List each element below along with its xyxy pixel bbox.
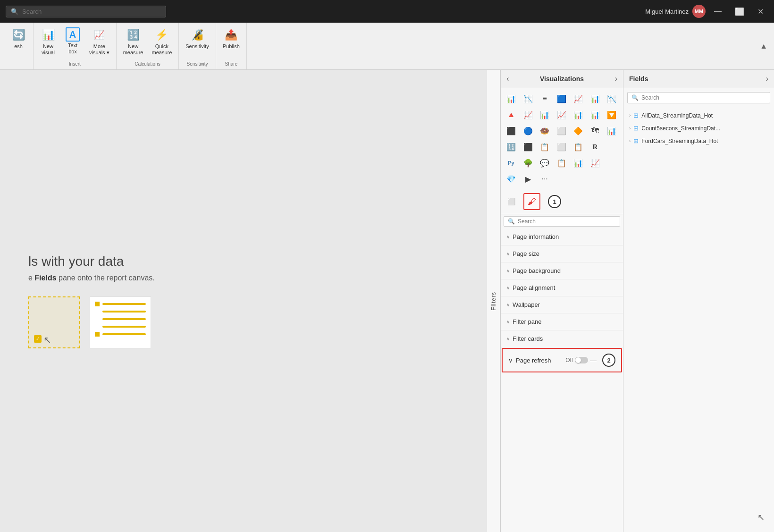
format-tab-paint-icon[interactable]: 🖌 xyxy=(523,193,540,210)
canvas-area: ls with your data e Fields pane onto the… xyxy=(0,70,487,532)
viz-icon-column[interactable]: 📉 xyxy=(521,91,536,106)
fields-title: Fields xyxy=(629,75,648,83)
viz-icon-multi-row[interactable]: 🔢 xyxy=(504,139,519,154)
maximize-button[interactable]: ⬜ xyxy=(730,5,749,18)
title-search-input[interactable] xyxy=(22,8,161,15)
viz-icon-powerapp[interactable]: 📈 xyxy=(588,155,603,170)
filters-sidebar[interactable]: Filters xyxy=(487,70,500,532)
viz-icon-area[interactable]: 📉 xyxy=(604,91,619,106)
format-option-page-refresh[interactable]: ∨ Page refresh Off — 2 xyxy=(502,348,622,372)
ribbon-group-calculations: 🔢 Newmeasure ⚡ Quickmeasure Calculations xyxy=(117,23,179,69)
ribbon-item-refresh[interactable]: 🔄 esh xyxy=(7,25,30,52)
viz-icon-donut[interactable]: 🍩 xyxy=(537,123,552,138)
format-option-page-alignment[interactable]: ∨ Page alignment xyxy=(501,279,623,296)
viz-icon-combo[interactable]: 📊 xyxy=(537,107,552,122)
viz-icon-scatter[interactable]: 🔺 xyxy=(504,107,519,122)
illustration-list xyxy=(90,296,151,348)
ribbon-item-new-measure[interactable]: 🔢 Newmeasure xyxy=(119,25,147,59)
minimize-button[interactable]: — xyxy=(709,5,726,17)
viz-icon-smart[interactable]: 📋 xyxy=(554,155,569,170)
new-visual-icon: 📊 xyxy=(41,27,56,42)
viz-icon-pie[interactable]: 🔵 xyxy=(521,123,536,138)
viz-icon-play[interactable]: ▶ xyxy=(521,171,536,186)
publish-icon: 📤 xyxy=(224,27,239,42)
viz-icon-placeholder[interactable] xyxy=(604,139,619,154)
fields-item-label: FordCars_StreamingData_Hot xyxy=(641,138,718,144)
ribbon-item-publish[interactable]: 📤 Publish xyxy=(219,25,244,52)
viz-icon-bar2[interactable]: ≡ xyxy=(537,91,552,106)
viz-icon-slicer[interactable]: ⬜ xyxy=(554,139,569,154)
ribbon-item-more-visuals[interactable]: 📈 Morevisuals ▾ xyxy=(85,25,113,59)
viz-icon-decomp[interactable]: 🌳 xyxy=(521,155,536,170)
viz-icon-r[interactable]: R xyxy=(588,139,603,154)
ribbon-item-text-box[interactable]: A Textbox xyxy=(61,25,84,58)
ribbon-item-sensitivity[interactable]: 🔏 Sensitivity xyxy=(182,25,213,52)
avatar: MM xyxy=(692,5,706,18)
viz-icon-bar[interactable]: 📊 xyxy=(504,91,519,106)
format-option-page-background[interactable]: ∨ Page background xyxy=(501,262,623,279)
viz-icon-table2[interactable]: 📋 xyxy=(571,139,586,154)
ribbon-item-new-visual[interactable]: 📊 Newvisual xyxy=(36,25,60,59)
calculations-label: Calculations xyxy=(135,59,160,68)
page-refresh-toggle[interactable]: Off — xyxy=(565,356,597,364)
fields-search-box[interactable]: 🔍 xyxy=(627,92,770,103)
table-icon: ⊞ xyxy=(633,137,639,144)
table-icon: ⊞ xyxy=(633,125,639,132)
title-search-box[interactable]: 🔍 xyxy=(6,6,166,17)
search-icon: 🔍 xyxy=(11,8,18,15)
viz-icon-paginated[interactable]: 📊 xyxy=(571,155,586,170)
viz-icon-funnel[interactable]: 📊 xyxy=(588,107,603,122)
format-tab-fields-icon[interactable]: ⬜ xyxy=(504,194,519,209)
viz-icon-more[interactable]: ··· xyxy=(537,171,552,186)
fields-panel-arrow[interactable]: › xyxy=(766,75,768,83)
format-option-page-size[interactable]: ∨ Page size xyxy=(501,245,623,262)
viz-icon-card[interactable]: ⬛ xyxy=(504,123,519,138)
viz-icon-line2[interactable]: 📈 xyxy=(521,107,536,122)
ribbon-group-insert: 📊 Newvisual A Textbox 📈 Morevisuals ▾ In… xyxy=(34,23,117,69)
viz-icon-treemap[interactable]: ⬜ xyxy=(554,123,569,138)
fields-item-alldata[interactable]: › ⊞ AllData_StreamingData_Hot xyxy=(623,109,774,122)
viz-icon-line[interactable]: 📊 xyxy=(588,91,603,106)
chevron-down-icon: ∨ xyxy=(506,302,510,307)
close-button[interactable]: ✕ xyxy=(753,5,768,18)
viz-icon-waterfall[interactable]: 🟦 xyxy=(554,91,569,106)
insert-label: Insert xyxy=(69,59,81,68)
fields-header: Fields › xyxy=(623,70,774,88)
illustration-drag: ✓ ↖ xyxy=(28,296,80,348)
title-bar-right: Miguel Martinez MM — ⬜ ✕ xyxy=(645,5,768,18)
share-label: Share xyxy=(225,59,238,68)
viz-panel-arrow-left[interactable]: ‹ xyxy=(506,75,509,83)
viz-icon-stacked[interactable]: 📊 xyxy=(571,107,586,122)
viz-icon-table[interactable]: ⬛ xyxy=(521,139,536,154)
format-option-page-info[interactable]: ∨ Page information xyxy=(501,228,623,245)
fields-item-count5[interactable]: › ⊞ Count5secons_StreamingDat... xyxy=(623,122,774,135)
fields-search-input[interactable] xyxy=(641,94,766,101)
viz-icon-diamond[interactable]: 💎 xyxy=(504,171,519,186)
chevron-down-icon: ∨ xyxy=(506,234,510,239)
toggle-track[interactable] xyxy=(575,357,588,363)
format-option-filter-cards[interactable]: ∨ Filter cards xyxy=(501,330,623,347)
viz-icon-python[interactable]: Py xyxy=(504,155,519,170)
viz-icon-gauge[interactable]: 🔽 xyxy=(604,107,619,122)
chevron-down-icon: ∨ xyxy=(506,268,510,273)
ribbon-item-quick-measure[interactable]: ⚡ Quickmeasure xyxy=(148,25,176,59)
viz-icon-qa[interactable]: 💬 xyxy=(537,155,552,170)
more-visuals-icon: 📈 xyxy=(92,27,107,42)
format-option-filter-pane[interactable]: ∨ Filter pane xyxy=(501,313,623,330)
viz-icon-ribbon[interactable]: 📈 xyxy=(571,91,586,106)
ribbon-collapse-button[interactable]: ▲ xyxy=(757,23,770,69)
format-option-wallpaper[interactable]: ∨ Wallpaper xyxy=(501,296,623,313)
fields-search-icon: 🔍 xyxy=(631,94,639,101)
viz-icon-map[interactable]: 🔶 xyxy=(571,123,586,138)
viz-search-input[interactable] xyxy=(518,218,616,225)
ribbon-group-partial: 🔄 esh xyxy=(4,23,34,69)
fields-list: › ⊞ AllData_StreamingData_Hot › ⊞ Count5… xyxy=(623,107,774,312)
viz-icon-matrix[interactable]: 📋 xyxy=(537,139,552,154)
viz-icon-area2[interactable]: 📈 xyxy=(554,107,569,122)
viz-icon-filled-map[interactable]: 🗺 xyxy=(588,123,603,138)
viz-icon-kpi[interactable]: 📊 xyxy=(604,123,619,138)
viz-panel-arrow-right[interactable]: › xyxy=(615,75,617,83)
viz-format-search[interactable]: 🔍 xyxy=(504,216,620,227)
fields-item-fordcars[interactable]: › ⊞ FordCars_StreamingData_Hot xyxy=(623,135,774,147)
chevron-right-icon: › xyxy=(629,138,631,144)
